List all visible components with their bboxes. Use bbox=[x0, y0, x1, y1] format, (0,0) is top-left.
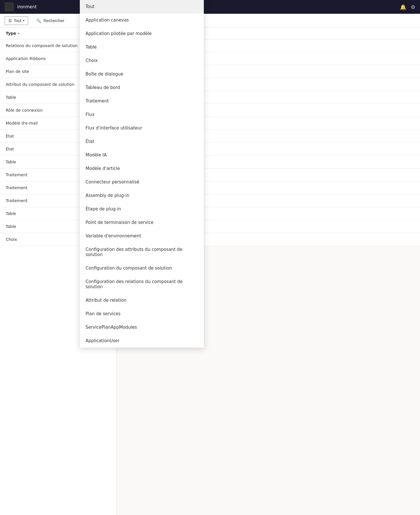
dropdown-item[interactable]: Assembly de plug-in bbox=[80, 189, 204, 202]
dropdown-item[interactable]: Choix bbox=[80, 54, 204, 67]
dropdown-item[interactable]: Configuration des relations du composant… bbox=[80, 275, 204, 294]
filter-button[interactable]: ☰ Tout ▾ bbox=[5, 16, 28, 25]
type-header-label: Type bbox=[6, 31, 16, 36]
settings-icon[interactable]: ⚙️ bbox=[411, 4, 415, 10]
dropdown-item[interactable]: Tableau de bord bbox=[80, 81, 204, 94]
dropdown-item[interactable]: Flux bbox=[80, 108, 204, 121]
dropdown-item[interactable]: Modèle d'article bbox=[80, 162, 204, 175]
chevron-down-icon: ▾ bbox=[23, 19, 24, 22]
dropdown-item[interactable]: ApplicationUser bbox=[80, 334, 204, 348]
search-icon: 🔍 bbox=[36, 18, 41, 23]
search-label: Rechercher bbox=[43, 18, 64, 23]
header-title: ironment bbox=[17, 4, 37, 9]
dropdown-item[interactable]: État bbox=[80, 135, 204, 148]
sort-icon: ▾ bbox=[18, 32, 20, 35]
dropdown-item[interactable]: Flux d'interface utilisateur bbox=[80, 121, 204, 135]
dropdown-item[interactable]: Connecteur personnalisé bbox=[80, 175, 204, 189]
dropdown-item[interactable]: Modèle IA bbox=[80, 148, 204, 162]
header-right: 🔔 ⚙️ bbox=[400, 4, 415, 10]
bell-icon[interactable]: 🔔 bbox=[400, 4, 406, 10]
subheader: ☰ Tout ▾ 🔍 Rechercher bbox=[0, 14, 420, 28]
main-content: Type ▾ Relations du composant de solutio… bbox=[0, 28, 420, 515]
header: ironment 🔔 ⚙️ bbox=[0, 0, 420, 14]
dropdown-item[interactable]: Tout bbox=[80, 0, 204, 13]
dropdown-items-container: ToutApplication canevasApplication pilot… bbox=[80, 0, 204, 348]
dropdown-item[interactable]: ServicePlanAppModules bbox=[80, 321, 204, 334]
dropdown-item[interactable]: Boîte de dialogue bbox=[80, 67, 204, 81]
filter-icon: ☰ bbox=[8, 18, 12, 23]
dropdown-item[interactable]: Configuration du composant de solution bbox=[80, 262, 204, 275]
app-logo bbox=[5, 2, 14, 11]
dropdown-menu[interactable]: ToutApplication canevasApplication pilot… bbox=[80, 0, 204, 348]
search-button[interactable]: 🔍 Rechercher bbox=[33, 17, 67, 25]
dropdown-item[interactable]: Variable d'environnement bbox=[80, 229, 204, 243]
filter-label: Tout bbox=[14, 18, 21, 23]
header-left: ironment bbox=[5, 2, 37, 11]
dropdown-item[interactable]: Application pilotée par modèle bbox=[80, 27, 204, 40]
dropdown-item[interactable]: Plan de services bbox=[80, 307, 204, 321]
dropdown-item[interactable]: Table bbox=[80, 40, 204, 54]
dropdown-item[interactable]: Point de terminaison de service bbox=[80, 216, 204, 229]
dropdown-item[interactable]: Étape de plug-in bbox=[80, 202, 204, 216]
dropdown-item[interactable]: Application canevas bbox=[80, 13, 204, 27]
dropdown-item[interactable]: Configuration des attributs du composant… bbox=[80, 243, 204, 262]
dropdown-item[interactable]: Attribut de relation bbox=[80, 294, 204, 307]
dropdown-item[interactable]: Traitement bbox=[80, 94, 204, 108]
